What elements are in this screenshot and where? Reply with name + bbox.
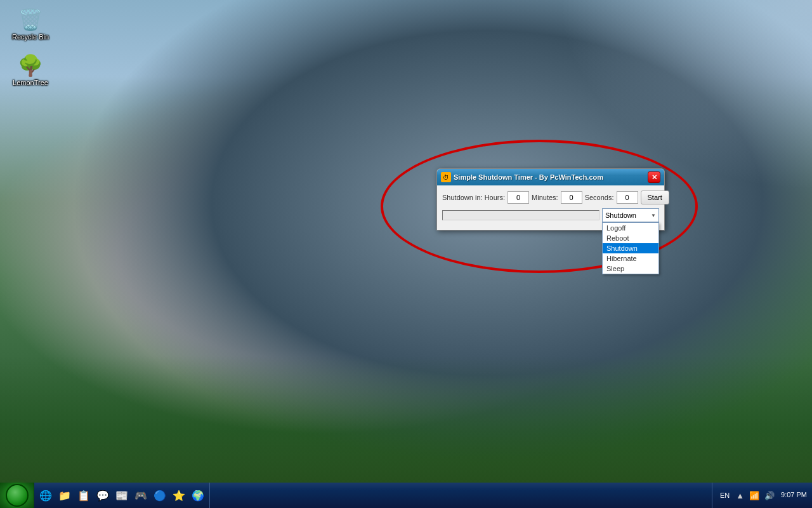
seconds-label: Seconds:	[585, 194, 614, 201]
action-dropdown[interactable]: Shutdown ▼ Logoff Reboot Shutdown Hibern…	[602, 208, 659, 222]
clock-time: 9:07 PM	[781, 490, 807, 500]
sky-overlay	[558, 0, 812, 190]
quicklaunch-globe-icon[interactable]: 🌍	[189, 486, 207, 504]
quicklaunch-whatsapp-icon[interactable]: 💬	[94, 486, 112, 504]
dialog-titlebar[interactable]: ⏱ Simple Shutdown Timer - By PcWinTech.c…	[437, 169, 664, 185]
start-button[interactable]: Start	[641, 190, 669, 204]
titlebar-left: ⏱ Simple Shutdown Timer - By PcWinTech.c…	[441, 172, 603, 182]
quicklaunch-bar: 🌐 📁 📋 💬 📰 🎮 🔵 ⭐ 🌍	[34, 483, 210, 508]
dialog-app-icon: ⏱	[441, 172, 451, 182]
quicklaunch-word-icon[interactable]: 📰	[113, 486, 131, 504]
start-button[interactable]	[0, 483, 34, 508]
desktop-background: 🗑️ Recycle Bin 🌳 LemonTree ⏱ Simple Shut…	[0, 0, 812, 508]
lemon-tree-label: LemonTree	[13, 79, 48, 86]
seconds-input[interactable]	[617, 191, 638, 204]
quicklaunch-folder-icon[interactable]: 📁	[56, 486, 74, 504]
taskbar: 🌐 📁 📋 💬 📰 🎮 🔵 ⭐ 🌍 EN ▲ 📶 🔊 9:07 PM	[0, 483, 812, 508]
shutdown-timer-dialog: ⏱ Simple Shutdown Timer - By PcWinTech.c…	[436, 168, 665, 231]
quicklaunch-game-icon[interactable]: 🎮	[132, 486, 150, 504]
tray-volume-icon[interactable]: 🔊	[763, 491, 776, 500]
tray-network-icon[interactable]: 📶	[748, 491, 761, 500]
desktop-icon-recycle-bin[interactable]: 🗑️ Recycle Bin	[5, 5, 56, 43]
recycle-bin-label: Recycle Bin	[12, 33, 49, 41]
lemon-tree-icon: 🌳	[18, 53, 43, 77]
taskbar-items	[210, 483, 712, 508]
status-bar	[442, 210, 599, 220]
dropdown-list[interactable]: Logoff Reboot Shutdown Hibernate Sleep	[602, 222, 659, 274]
dropdown-item-logoff[interactable]: Logoff	[603, 223, 658, 233]
desktop-icon-lemon-tree[interactable]: 🌳 LemonTree	[5, 51, 56, 89]
tray-language: EN	[717, 491, 732, 499]
system-tray: EN ▲ 📶 🔊 9:07 PM	[712, 483, 812, 508]
quicklaunch-blue-icon[interactable]: 🔵	[151, 486, 169, 504]
grass-overlay	[0, 356, 812, 483]
shutdown-fields-row: Shutdown in: Hours: Minutes: Seconds: St…	[442, 190, 659, 204]
selected-action-label: Shutdown	[605, 211, 636, 219]
select-box[interactable]: Shutdown ▼	[602, 208, 659, 222]
windows-orb-icon	[6, 484, 29, 507]
close-button[interactable]: ✕	[648, 171, 660, 183]
hours-input[interactable]	[508, 191, 529, 204]
dropdown-item-shutdown[interactable]: Shutdown	[603, 243, 658, 253]
dropdown-item-reboot[interactable]: Reboot	[603, 233, 658, 243]
shutdown-label: Shutdown in: Hours:	[442, 194, 505, 201]
quicklaunch-browser-icon[interactable]: 🌐	[37, 486, 55, 504]
chevron-down-icon: ▼	[651, 213, 656, 218]
status-dropdown-row: Shutdown ▼ Logoff Reboot Shutdown Hibern…	[442, 208, 659, 222]
tray-arrow-icon[interactable]: ▲	[735, 491, 745, 500]
dropdown-item-sleep[interactable]: Sleep	[603, 264, 658, 274]
quicklaunch-media-icon[interactable]: 📋	[75, 486, 93, 504]
minutes-input[interactable]	[561, 191, 582, 204]
dialog-title: Simple Shutdown Timer - By PcWinTech.com	[454, 173, 603, 181]
quicklaunch-star-icon[interactable]: ⭐	[170, 486, 188, 504]
dropdown-item-hibernate[interactable]: Hibernate	[603, 253, 658, 264]
minutes-label: Minutes:	[532, 194, 558, 201]
dialog-content: Shutdown in: Hours: Minutes: Seconds: St…	[437, 185, 664, 230]
system-clock[interactable]: 9:07 PM	[778, 490, 807, 500]
recycle-bin-icon: 🗑️	[18, 8, 43, 32]
